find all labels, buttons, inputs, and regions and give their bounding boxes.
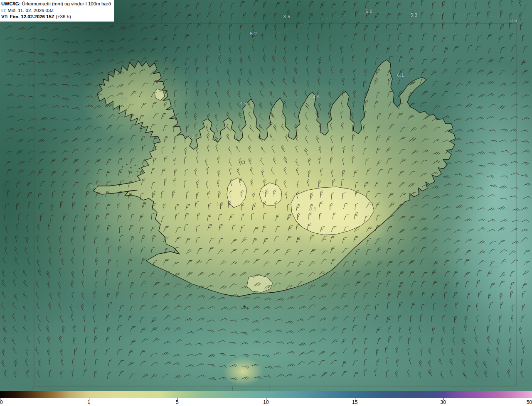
title-line-init-time: IT: Mið. 11. 02. 2026 03Z [1,7,111,14]
colorbar: 01510153050 [0,391,532,406]
map-title-box: UWC/IG: Úrkomumætti (mm) og vindur í 100… [0,0,114,22]
colorbar-tick-label: 5 [176,399,179,405]
colorbar-tick-label: 1 [87,399,90,405]
colorbar-tick-label: 10 [263,399,268,405]
product-description: Úrkomumætti (mm) og vindur í 100m hæð [22,1,111,6]
colorbar-tick-label: 15 [352,399,357,405]
weather-map-product: 3.55.05.33.65.26.14.64.92.62.25.02.51.61… [0,0,532,406]
colorbar-tick-label: 30 [441,399,446,405]
colorbar-tick-label: 50 [527,399,532,405]
title-line-product: UWC/IG: Úrkomumætti (mm) og vindur í 100… [1,1,111,7]
colorbar-gradient [0,391,532,398]
forecast-lead: (+36 h) [56,14,71,19]
title-line-valid-time: VT: Fim. 12.02.2026 15Z (+36 h) [1,14,111,20]
iceland-coastline [93,60,456,296]
colorbar-labels: 01510153050 [0,398,532,406]
product-id: UWC/IG: [1,1,21,6]
colorbar-tick-label: 0 [0,399,3,405]
valid-time: VT: Fim. 12.02.2026 15Z [1,14,54,19]
map-canvas: 3.55.05.33.65.26.14.64.92.62.25.02.51.61… [0,0,532,391]
map-vector-layers [0,0,532,391]
